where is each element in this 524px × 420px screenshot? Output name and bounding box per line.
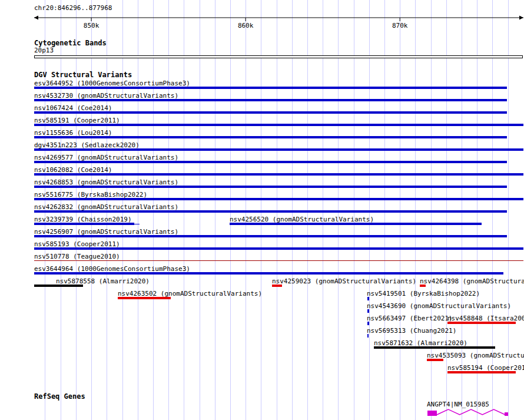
genome-browser-canvas: chr20:846296..877968 850k860k870k Cytoge… xyxy=(0,0,524,420)
refseq-track: ANGPT4|NM_015985 xyxy=(0,0,524,420)
gene-structure-layer xyxy=(0,406,524,420)
gene-structure[interactable] xyxy=(427,409,508,416)
